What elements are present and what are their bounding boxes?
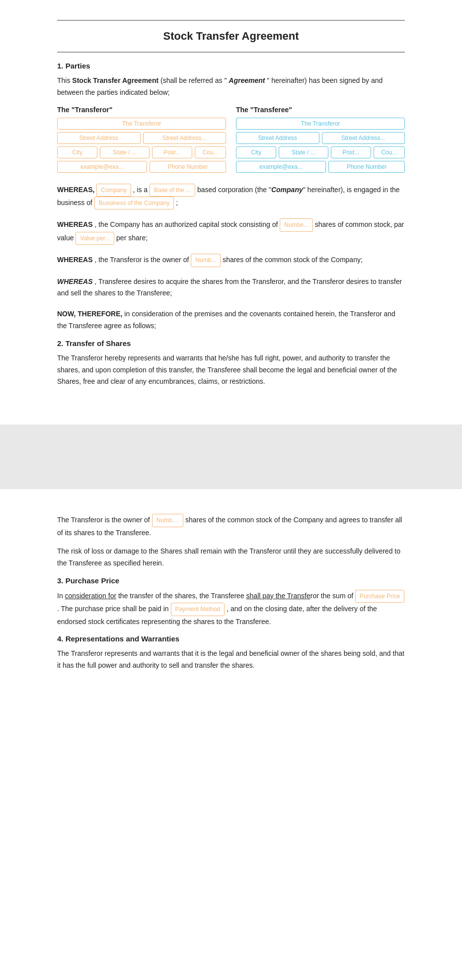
transferor-fields: The Transferor Street Address Street Add…: [57, 118, 226, 173]
transferee-fields: The Transferor Street Address Street Add…: [236, 118, 405, 173]
transferee-email-field[interactable]: example@exa...: [236, 161, 326, 173]
section2-text: The Transferor hereby represents and war…: [57, 352, 405, 388]
transferee-name-field[interactable]: The Transferor: [236, 118, 405, 130]
transferor-street1-field[interactable]: Street Address: [57, 132, 141, 144]
transferor-label: The "Transferor": [57, 106, 226, 114]
whereas3-bold: WHEREAS: [57, 256, 93, 264]
transferee-city-field[interactable]: City: [236, 146, 276, 158]
transferor-city-row: City State / ... Post... Cou...: [57, 146, 226, 158]
transferee-name-row: The Transferor: [236, 118, 405, 130]
transferor-contact-row: example@exa... Phone Number: [57, 161, 226, 173]
section1-heading: 1. Parties: [57, 62, 405, 70]
transferor-state-field[interactable]: State / ...: [100, 146, 149, 158]
whereas1-para: WHEREAS, Company , is a Base of the ... …: [57, 184, 405, 210]
section4-heading: 4. Representations and Warranties: [57, 634, 405, 643]
transferee-phone-field[interactable]: Phone Number: [328, 161, 405, 173]
transferee-contact-row: example@exa... Phone Number: [236, 161, 405, 173]
s3-underline2: shall pay the Transfe: [246, 592, 310, 600]
transferor-street2-field[interactable]: Street Address...: [143, 132, 227, 144]
transferor-city-field[interactable]: City: [57, 146, 97, 158]
transferor-column: The "Transferor" The Transferor Street A…: [57, 106, 226, 173]
section4-text: The Transferor represents and warrants t…: [57, 648, 405, 672]
text-agreement-italic: Agreement: [229, 76, 265, 84]
document-title: Stock Transfer Agreement: [57, 30, 405, 43]
transferee-city-row: City State / ... Post... Cou...: [236, 146, 405, 158]
transferor-name-row: The Transferor: [57, 118, 226, 130]
page2-content: The Transferor is the owner of Numb.... …: [0, 489, 462, 699]
owner-num-field2[interactable]: Numb....: [152, 514, 183, 527]
text-referred: (shall be referred as ": [160, 76, 227, 84]
page1-content: Stock Transfer Agreement 1. Parties This…: [0, 0, 462, 424]
whereas2-bold: WHEREAS: [57, 220, 93, 228]
now-therefore-bold: NOW, THEREFORE,: [57, 310, 122, 318]
whereas1-bold: WHEREAS,: [57, 186, 94, 194]
value-per-field[interactable]: Value per...: [76, 232, 114, 245]
s3-underline: consideration for: [65, 592, 117, 600]
risk-loss-para: The risk of loss or damage to the Shares…: [57, 546, 405, 569]
transferor-email-field[interactable]: example@exa...: [57, 161, 147, 173]
section2-heading: 2. Transfer of Shares: [57, 339, 405, 348]
transferee-state-field[interactable]: State / ...: [279, 146, 328, 158]
section3-heading: 3. Purchase Price: [57, 576, 405, 585]
section1-intro-para: This Stock Transfer Agreement (shall be …: [57, 75, 405, 99]
transferee-street2-field[interactable]: Street Address...: [322, 132, 405, 144]
transferee-address-row: Street Address Street Address...: [236, 132, 405, 144]
whereas3-text: , the Transferor is the owner of: [94, 256, 191, 264]
whereas3-para: WHEREAS , the Transferor is the owner of…: [57, 254, 405, 267]
parties-container: The "Transferor" The Transferor Street A…: [57, 106, 405, 173]
transferee-country-field[interactable]: Cou...: [374, 146, 405, 158]
whereas1-is-a: , is a: [133, 186, 150, 194]
document-page: Stock Transfer Agreement 1. Parties This…: [0, 0, 462, 699]
whereas-section: WHEREAS, Company , is a Base of the ... …: [57, 184, 405, 332]
transferee-street1-field[interactable]: Street Address: [236, 132, 319, 144]
whereas2-para: WHEREAS , the Company has an authorized …: [57, 218, 405, 245]
transferor-owner-para: The Transferor is the owner of Numb.... …: [57, 514, 405, 539]
transferor-address-row: Street Address Street Address...: [57, 132, 226, 144]
whereas1-semicolon: ;: [176, 199, 178, 207]
payment-method-field[interactable]: Payment Method: [171, 603, 225, 616]
now-therefore-para: NOW, THEREFORE, in consideration of the …: [57, 308, 405, 332]
text-agreement-bold: Stock Transfer Agreement: [72, 76, 158, 84]
whereas4-bold: WHEREAS: [57, 278, 93, 285]
top-divider: [57, 20, 405, 21]
bottom-title-divider: [57, 52, 405, 53]
owner-num-field[interactable]: Numb...: [191, 254, 221, 267]
whereas4-text: , Transferee desires to acquire the shar…: [57, 278, 402, 297]
whereas2-per: per share;: [116, 234, 148, 242]
p2-text1: The Transferor is the owner of: [57, 516, 152, 524]
company-italic: Company: [271, 186, 303, 194]
transferee-label: The "Transferee": [236, 106, 405, 114]
whereas2-text: , the Company has an authorized capital …: [94, 220, 280, 228]
transferor-country-field[interactable]: Cou...: [195, 146, 226, 158]
purchase-price-field[interactable]: Purchase Price: [355, 590, 404, 603]
company-field[interactable]: Company: [96, 184, 131, 197]
transferor-phone-field[interactable]: Phone Number: [150, 161, 226, 173]
s3-text2: . The purchase price shall be paid in: [57, 605, 171, 613]
transferee-post-field[interactable]: Post...: [331, 146, 371, 158]
s3-text1: In consideration for the transfer of the…: [57, 592, 355, 600]
whereas4-para: WHEREAS , Transferee desires to acquire …: [57, 276, 405, 300]
section3-text: In consideration for the transfer of the…: [57, 590, 405, 628]
transferor-post-field[interactable]: Post...: [152, 146, 192, 158]
base-field[interactable]: Base of the ...: [150, 184, 195, 197]
transferee-column: The "Transferee" The Transferor Street A…: [236, 106, 405, 173]
transferor-name-field[interactable]: The Transferor: [57, 118, 226, 130]
page-break-band: [0, 424, 462, 489]
whereas3-end: shares of the common stock of the Compan…: [223, 256, 363, 264]
text-this: This: [57, 76, 72, 84]
business-field[interactable]: Bussiness of the Company: [94, 197, 174, 210]
shares-num-field[interactable]: Numbe...: [280, 218, 313, 231]
